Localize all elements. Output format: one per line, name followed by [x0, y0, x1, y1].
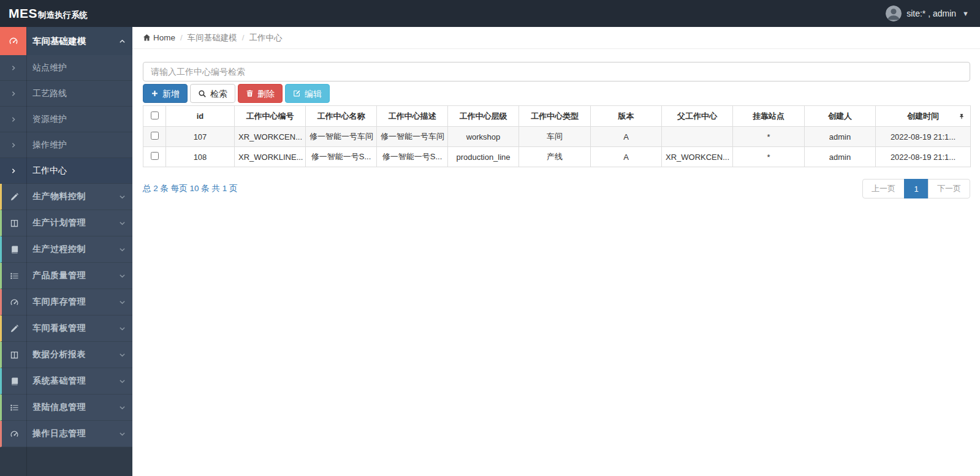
table-header-row: id 工作中心编号 工作中心名称 工作中心描述 工作中心层级 工作中心类型 版本… [143, 106, 971, 127]
breadcrumb-separator: / [242, 33, 245, 42]
pencil-icon [2, 192, 26, 202]
column-header-station: 挂靠站点 [733, 106, 805, 127]
cell-parent: XR_WORKCEN... [662, 147, 733, 167]
chevron-down-icon [112, 378, 132, 385]
list-icon [2, 403, 26, 412]
column-header-code: 工作中心编号 [235, 106, 306, 127]
app-logo[interactable]: MES 制造执行系统 [0, 6, 88, 21]
user-avatar [886, 6, 902, 21]
brand-text: MES [9, 6, 37, 21]
plus-icon [151, 89, 159, 97]
cell-name: 修一智能一号S... [306, 147, 377, 167]
add-button[interactable]: 新增 [143, 84, 188, 103]
sidebar-group-8[interactable]: 登陆信息管理 [0, 395, 132, 421]
sidebar-group-0[interactable]: 生产物料控制 [0, 184, 132, 210]
chevron-down-icon [112, 273, 132, 279]
sidebar-subitem-resource-maintenance[interactable]: 资源维护 [0, 107, 132, 132]
search-input[interactable] [143, 62, 970, 81]
row-select-cell [143, 127, 166, 147]
select-all-cell [143, 106, 166, 127]
sidebar-group-label: 车间基础建模 [26, 27, 112, 55]
dashboard-icon [2, 429, 26, 439]
chevron-down-icon [112, 299, 132, 306]
column-header-creator: 创建人 [805, 106, 876, 127]
caret-down-icon: ▼ [962, 10, 969, 17]
row-select-cell [143, 147, 166, 167]
chevron-down-icon [112, 194, 132, 200]
column-header-created-time: 创建时间 [876, 106, 971, 127]
next-page-button[interactable]: 下一页 [928, 179, 970, 198]
cell-created-time: 2022-08-19 21:1... [876, 127, 971, 147]
cell-version: A [591, 147, 662, 167]
sidebar-group-5[interactable]: 车间看板管理 [0, 315, 132, 342]
sidebar-subitem-station-maintenance[interactable]: 站点维护 [0, 55, 132, 81]
chevron-right-icon [0, 91, 26, 97]
sidebar-subitem-process-route[interactable]: 工艺路线 [0, 81, 132, 107]
pin-icon[interactable] [959, 113, 965, 119]
chevron-down-icon [112, 431, 132, 437]
cell-description: 修一智能一号车间 [377, 127, 448, 147]
cell-type: 车间 [519, 127, 591, 147]
columns-icon [2, 350, 26, 360]
prev-page-button[interactable]: 上一页 [862, 179, 905, 198]
column-header-version: 版本 [591, 106, 662, 127]
cell-station: * [733, 127, 805, 147]
cell-level: production_line [448, 147, 519, 167]
pagination-summary: 总 2 条 每页 10 条 共 1 页 [143, 183, 238, 194]
cell-level: workshop [448, 127, 519, 147]
home-icon [143, 34, 151, 42]
search-icon [198, 89, 207, 98]
chevron-right-icon [0, 116, 26, 123]
page-1-button[interactable]: 1 [904, 179, 929, 198]
sidebar-subitem-operation-maintenance[interactable]: 操作维护 [0, 132, 132, 158]
search-button[interactable]: 检索 [190, 84, 235, 103]
sidebar-group-2[interactable]: 生产过程控制 [0, 236, 132, 263]
cell-station: * [733, 147, 805, 167]
sidebar: 车间基础建模 站点维护 工艺路线 资源维护 操作维护 工作中心 生产物料控制 生… [0, 27, 132, 476]
select-all-checkbox[interactable] [151, 111, 159, 119]
column-header-description: 工作中心描述 [377, 106, 448, 127]
cell-description: 修一智能一号S... [377, 147, 448, 167]
user-menu[interactable]: site:* , admin ▼ [886, 6, 980, 21]
sidebar-group-workshop-modeling[interactable]: 车间基础建模 [0, 27, 132, 55]
sidebar-group-6[interactable]: 数据分析报表 [0, 342, 132, 368]
table-row[interactable]: 107 XR_WORKCEN... 修一智能一号车间 修一智能一号车间 work… [143, 127, 971, 147]
pencil-icon [2, 324, 26, 333]
sidebar-group-9[interactable]: 操作日志管理 [0, 421, 132, 447]
main-content: Home / 车间基础建模 / 工作中心 新增 检索 删除 编辑 [132, 27, 980, 476]
breadcrumb: Home / 车间基础建模 / 工作中心 [132, 27, 980, 49]
sidebar-group-3[interactable]: 产品质量管理 [0, 263, 132, 289]
row-checkbox[interactable] [151, 132, 159, 140]
row-checkbox[interactable] [151, 152, 159, 160]
dashboard-icon [0, 27, 26, 55]
chevron-right-icon [0, 168, 26, 174]
top-navbar: MES 制造执行系统 site:* , admin ▼ [0, 0, 980, 27]
list-icon [2, 271, 26, 281]
chevron-down-icon [112, 246, 132, 253]
cell-id: 107 [166, 127, 235, 147]
column-header-name: 工作中心名称 [306, 106, 377, 127]
chevron-down-icon [112, 325, 132, 332]
column-header-type: 工作中心类型 [519, 106, 591, 127]
user-label: site:* , admin [906, 9, 956, 18]
sidebar-group-1[interactable]: 生产计划管理 [0, 210, 132, 236]
cell-creator: admin [805, 147, 876, 167]
breadcrumb-home[interactable]: Home [143, 33, 175, 42]
columns-icon [2, 219, 26, 228]
work-center-table: id 工作中心编号 工作中心名称 工作中心描述 工作中心层级 工作中心类型 版本… [143, 105, 971, 167]
cell-name: 修一智能一号车间 [306, 127, 377, 147]
cell-created-time: 2022-08-19 21:1... [876, 147, 971, 167]
edit-button[interactable]: 编辑 [285, 84, 330, 103]
column-header-level: 工作中心层级 [448, 106, 519, 127]
book-icon [2, 377, 26, 386]
breadcrumb-item-workshop-modeling[interactable]: 车间基础建模 [188, 32, 237, 43]
table-row[interactable]: 108 XR_WORKLINE... 修一智能一号S... 修一智能一号S...… [143, 147, 971, 167]
brand-suffix: 制造执行系统 [38, 10, 88, 21]
sidebar-subitem-work-center[interactable]: 工作中心 [0, 158, 132, 184]
sidebar-group-7[interactable]: 系统基础管理 [0, 368, 132, 395]
cell-code: XR_WORKCEN... [235, 127, 306, 147]
sidebar-group-4[interactable]: 车间库存管理 [0, 289, 132, 315]
toolbar: 新增 检索 删除 编辑 [143, 84, 970, 103]
delete-button[interactable]: 删除 [238, 84, 283, 103]
cell-code: XR_WORKLINE... [235, 147, 306, 167]
